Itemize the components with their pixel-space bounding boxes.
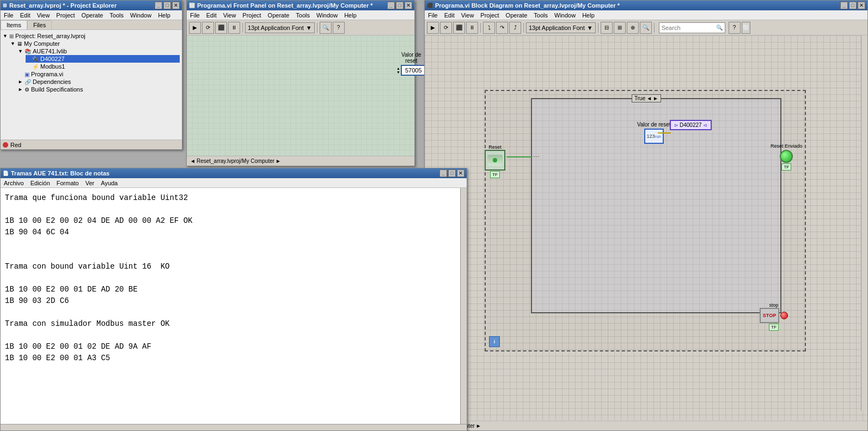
bd-menu-help[interactable]: Help [579, 10, 598, 20]
tab-files[interactable]: Files [27, 20, 52, 29]
abort-button[interactable]: ⬛ [215, 22, 227, 34]
case-selector[interactable]: True ◄ ► [632, 94, 661, 102]
run-cont-button[interactable]: ⟳ [202, 22, 214, 34]
np-menu-ver[interactable]: Ver [82, 178, 98, 187]
pause-button[interactable]: ⏸ [228, 22, 240, 34]
tree-item-buildspecs[interactable]: ► ⚙ Build Specifications [18, 86, 180, 93]
fp-maximize[interactable]: □ [396, 2, 404, 9]
bd-dvar-display[interactable]: ⊳ D400227 ⊲ [670, 120, 712, 130]
valor-de-reset-numeric[interactable]: ▲ ▼ 57005 [396, 65, 426, 76]
fp-menu-project[interactable]: Project [239, 10, 264, 20]
help-button[interactable]: ? [333, 22, 345, 34]
nav-right[interactable]: ► [276, 158, 281, 164]
bd-menu-operate[interactable]: Operate [503, 10, 531, 20]
bd-sep3 [598, 23, 598, 33]
bd-run-button[interactable]: ▶ [427, 22, 439, 34]
np-scrollbar-h[interactable] [1, 424, 467, 430]
bd-canvas[interactable]: i True ◄ ► Valor de reset 123 run ⊳ D400… [425, 35, 867, 421]
np-menu-archivo[interactable]: Archivo [1, 178, 27, 187]
menu-project[interactable]: Project [53, 10, 78, 20]
numeric-arrows[interactable]: ▲ ▼ [396, 66, 400, 74]
bd-zoom-fit[interactable]: ⊕ [627, 22, 639, 34]
bd-help-button[interactable]: ? [729, 22, 741, 34]
menu-view[interactable]: View [34, 10, 53, 20]
bd-menu-window[interactable]: Window [551, 10, 579, 20]
notepad-content[interactable]: Trama que funciona bound variable Uint32… [1, 188, 460, 424]
bd-menu-edit[interactable]: Edit [441, 10, 458, 20]
search-input[interactable] [662, 25, 716, 31]
menu-help[interactable]: Help [155, 10, 174, 20]
fp-minimize[interactable]: _ [387, 2, 395, 9]
fp-menu-view[interactable]: View [220, 10, 240, 20]
window-controls: _ □ ✕ [155, 2, 180, 9]
maximize-button[interactable]: □ [163, 2, 171, 9]
tree-item-project[interactable]: ▼ ⊞ Project: Reset_array.lvproj [3, 32, 180, 40]
np-close[interactable]: ✕ [457, 169, 464, 177]
bd-minimize[interactable]: _ [840, 2, 848, 9]
np-scrollbar-v[interactable] [460, 188, 467, 424]
bd-step-out[interactable]: ⤴ [509, 22, 521, 34]
bd-step-into[interactable]: ⤵ [483, 22, 495, 34]
tree-item-mycomputer[interactable]: ▼ 🖥 My Computer [10, 40, 180, 47]
bd-menu-tools[interactable]: Tools [530, 10, 551, 20]
bd-zoom-in[interactable]: 🔍 [640, 22, 652, 34]
fp-window-controls: _ □ ✕ [387, 2, 412, 9]
fp-menu-edit[interactable]: Edit [203, 10, 220, 20]
menu-tools[interactable]: Tools [106, 10, 127, 20]
bd-arrow-icon: ⊲ [703, 123, 707, 128]
wire-reset-case [506, 156, 531, 157]
tree-item-modbus[interactable]: ⚡ Modbus1 [26, 63, 180, 70]
bd-stop-btn[interactable]: STOP [760, 308, 779, 323]
fp-close[interactable]: ✕ [405, 2, 412, 9]
bd-nav-right[interactable]: ► [476, 423, 481, 429]
np-minimize[interactable]: _ [439, 169, 447, 177]
np-menu-edicion[interactable]: Edición [27, 178, 53, 187]
tree-item-programa[interactable]: ▣ Programa.vi [18, 70, 180, 78]
bd-step-over[interactable]: ↷ [496, 22, 508, 34]
bd-menu-view[interactable]: View [458, 10, 478, 20]
np-menu-formato[interactable]: Formato [53, 178, 82, 187]
inc-arrow[interactable]: ▲ [396, 66, 400, 70]
bd-extra-button[interactable]: ⬜ [742, 22, 750, 34]
bd-zoom-btn1[interactable]: ⊟ [601, 22, 613, 34]
menu-operate[interactable]: Operate [78, 10, 107, 20]
bd-zoom-btn2[interactable]: ⊞ [614, 22, 626, 34]
menu-window[interactable]: Window [127, 10, 155, 20]
font-selector[interactable]: 13pt Application Font ▼ [245, 22, 315, 33]
np-menu-ayuda[interactable]: Ayuda [97, 178, 121, 187]
bd-title: Programa.vi Block Diagram on Reset_array… [435, 2, 620, 9]
tree-item-library[interactable]: ▼ 📚 AUE741.lvlib [18, 47, 180, 55]
minimize-button[interactable]: _ [155, 2, 162, 9]
bd-menu-project[interactable]: Project [477, 10, 502, 20]
fp-menu-operate[interactable]: Operate [265, 10, 293, 20]
tree-item-dependencies[interactable]: ► 🔗 Dependencies [18, 78, 180, 86]
bd-numeric-display[interactable]: 123 run [644, 129, 664, 144]
np-maximize[interactable]: □ [448, 169, 456, 177]
bd-abort-button[interactable]: ⬛ [453, 22, 465, 34]
bd-search-box[interactable]: 🔍 [659, 22, 725, 33]
case-nav-right[interactable]: ► [653, 95, 658, 101]
tab-items[interactable]: Items [1, 20, 27, 29]
numeric-value[interactable]: 57005 [401, 65, 426, 76]
fp-menu-tools[interactable]: Tools [292, 10, 313, 20]
front-panel-canvas[interactable]: Valor de reset ▲ ▼ 57005 Reset Rese [187, 35, 414, 156]
fp-menu-window[interactable]: Window [313, 10, 341, 20]
close-button[interactable]: ✕ [172, 2, 180, 9]
bd-menu-file[interactable]: File [425, 10, 441, 20]
zoom-button[interactable]: 🔍 [320, 22, 332, 34]
menu-file[interactable]: File [1, 10, 17, 20]
run-button[interactable]: ▶ [189, 22, 201, 34]
fp-menu-help[interactable]: Help [341, 10, 360, 20]
bd-font-selector[interactable]: 13pt Application Font ▼ [526, 22, 596, 33]
bd-scrollbar-v[interactable] [861, 35, 867, 411]
menu-edit[interactable]: Edit [17, 10, 34, 20]
bd-pause-button[interactable]: ⏸ [466, 22, 478, 34]
dec-arrow[interactable]: ▼ [396, 70, 400, 74]
fp-menu-file[interactable]: File [187, 10, 203, 20]
bd-run-cont-button[interactable]: ⟳ [440, 22, 452, 34]
bd-close[interactable]: ✕ [858, 2, 865, 9]
bd-maximize[interactable]: □ [849, 2, 857, 9]
tree-item-d400227[interactable]: 🔌 D400227 [26, 55, 180, 63]
nav-left[interactable]: ◄ [190, 158, 195, 164]
case-nav-left[interactable]: ◄ [646, 95, 652, 101]
